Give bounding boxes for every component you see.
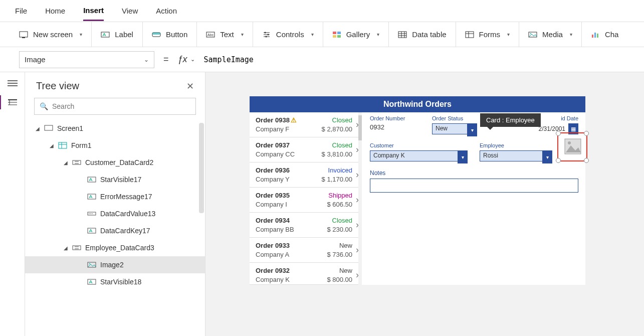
close-icon[interactable]: ✕ (186, 81, 194, 92)
ribbon-button[interactable]: Button (143, 22, 197, 47)
order-row[interactable]: Order 0938⚠ClosedCompany F$ 2,870.00› (250, 112, 358, 137)
svg-rect-1 (22, 37, 25, 38)
resize-handle[interactable] (556, 158, 561, 163)
menu-action[interactable]: Action (156, 2, 177, 20)
ribbon-charts-label: Cha (605, 30, 619, 39)
customer-label: Customer (370, 142, 468, 148)
order-row[interactable]: Order 0934ClosedCompany BB$ 230.00› (250, 213, 358, 238)
property-selector[interactable]: Image ⌄ (19, 51, 154, 68)
tree-node-label: DataCardValue13 (100, 210, 155, 218)
ribbon-datatable-label: Data table (412, 30, 446, 39)
image-placeholder-icon (564, 138, 581, 154)
tree-node-customer-datacard[interactable]: ◢ Customer_DataCard2 (25, 154, 205, 171)
customer-value: Company K (370, 150, 458, 161)
customer-dropdown[interactable]: Company K ▾ (370, 150, 468, 163)
equals-label: = (163, 54, 169, 65)
tree-node-errormessage17[interactable]: ErrorMessage17 (25, 188, 205, 205)
chevron-down-icon[interactable]: ▾ (458, 150, 468, 163)
ribbon-media[interactable]: Media ▾ (519, 22, 582, 47)
resize-handle[interactable] (584, 131, 589, 136)
list-scrollbar[interactable] (358, 112, 362, 285)
tree-node-starvisible18[interactable]: StarVisible18 (25, 273, 205, 290)
expander-icon[interactable]: ◢ (63, 160, 68, 165)
order-row[interactable]: Order 0936InvoicedCompany Y$ 1,170.00› (250, 162, 358, 188)
tree-node-employee-datacard[interactable]: ◢ Employee_DataCard3 (25, 239, 205, 256)
svg-text:Abc: Abc (207, 33, 214, 37)
svg-rect-21 (45, 125, 53, 130)
tree-node-label: Customer_DataCard2 (85, 158, 153, 166)
fx-button[interactable]: ƒx ⌄ (178, 54, 195, 65)
expander-icon[interactable]: ◢ (35, 126, 40, 131)
tree-scrollbar[interactable] (199, 123, 204, 213)
ribbon-forms-label: Forms (479, 30, 501, 39)
ribbon: New screen ▾ Label Button Abc Text ▾ Con… (0, 22, 644, 47)
tree-node-starvisible17[interactable]: StarVisible17 (25, 171, 205, 188)
datacard-icon (72, 244, 81, 251)
ribbon-datatable[interactable]: Data table (389, 22, 456, 47)
notes-input[interactable] (370, 179, 578, 193)
tree-node-image2[interactable]: Image2 (25, 256, 205, 273)
menu-home[interactable]: Home (45, 2, 65, 20)
svg-point-27 (89, 213, 90, 214)
image-control-selection[interactable] (557, 132, 587, 161)
screen-icon (44, 125, 53, 132)
tree-view-icon[interactable] (7, 98, 18, 106)
tree-node-label: Form1 (71, 141, 91, 149)
search-box[interactable]: 🔍 (34, 98, 196, 115)
order-row[interactable]: Order 0933NewCompany A$ 736.00› (250, 238, 358, 263)
ribbon-text[interactable]: Abc Text ▾ (197, 22, 253, 47)
svg-point-17 (530, 33, 531, 34)
employee-value: Rossi (480, 150, 542, 161)
search-input[interactable] (52, 102, 190, 110)
notes-label: Notes (370, 170, 578, 177)
employee-dropdown[interactable]: Rossi ▾ (480, 150, 552, 163)
search-icon: 🔍 (40, 102, 48, 110)
ordernumber-value: 0932 (370, 123, 420, 131)
expander-icon[interactable]: ◢ (63, 245, 68, 251)
left-icon-strip (0, 72, 25, 336)
tree-node-screen1[interactable]: ◢ Screen1 (25, 120, 205, 137)
formula-input[interactable] (204, 55, 633, 64)
orderstatus-dropdown[interactable]: New ▾ (432, 123, 477, 136)
label-icon (87, 193, 96, 200)
canvas[interactable]: Northwind Orders Order 0938⚠ClosedCompan… (205, 72, 644, 336)
chevron-down-icon: ▾ (80, 32, 82, 37)
chart-icon (591, 31, 600, 39)
tree-node-form1[interactable]: ◢ Form1 (25, 137, 205, 154)
svg-rect-20 (597, 34, 598, 38)
ribbon-label[interactable]: Label (92, 22, 143, 47)
order-row[interactable]: Order 0935ShippedCompany I$ 606.50› (250, 188, 358, 213)
datacard-icon (72, 159, 81, 166)
svg-rect-13 (337, 35, 341, 38)
ribbon-controls[interactable]: Controls ▾ (253, 22, 323, 47)
ribbon-forms[interactable]: Forms ▾ (456, 22, 520, 47)
ribbon-gallery[interactable]: Gallery ▾ (323, 22, 389, 47)
expander-icon[interactable]: ◢ (49, 143, 54, 148)
resize-handle[interactable] (584, 158, 589, 163)
ribbon-gallery-label: Gallery (346, 30, 370, 39)
tree-panel: Tree view ✕ 🔍 ◢ Screen1 ◢ Form1 (25, 72, 205, 336)
svg-rect-11 (337, 32, 341, 34)
menu-file[interactable]: File (15, 2, 27, 20)
svg-point-7 (264, 32, 266, 33)
menu-insert[interactable]: Insert (83, 1, 104, 21)
svg-point-36 (568, 141, 571, 144)
ribbon-newscreen[interactable]: New screen ▾ (13, 22, 92, 47)
chevron-down-icon[interactable]: ▾ (542, 150, 552, 163)
controls-icon (262, 31, 271, 39)
ribbon-charts[interactable]: Cha (582, 22, 628, 47)
order-row[interactable]: Order 0932NewCompany K$ 800.00› (250, 263, 358, 285)
hamburger-icon[interactable] (7, 79, 18, 87)
media-icon (528, 31, 537, 39)
order-row[interactable]: Order 0937ClosedCompany CC$ 3,810.00› (250, 137, 358, 162)
card-tooltip: Card : Employee (480, 113, 541, 127)
svg-rect-14 (398, 32, 406, 38)
chevron-down-icon[interactable]: ▾ (467, 123, 477, 136)
tree-node-label: StarVisible17 (100, 176, 141, 184)
resize-handle[interactable] (556, 131, 561, 136)
menu-view[interactable]: View (122, 2, 138, 20)
svg-point-8 (267, 34, 269, 35)
tree-node-datacardkey17[interactable]: DataCardKey17 (25, 222, 205, 239)
label-icon (101, 31, 110, 39)
tree-node-datacardvalue13[interactable]: DataCardValue13 (25, 205, 205, 222)
